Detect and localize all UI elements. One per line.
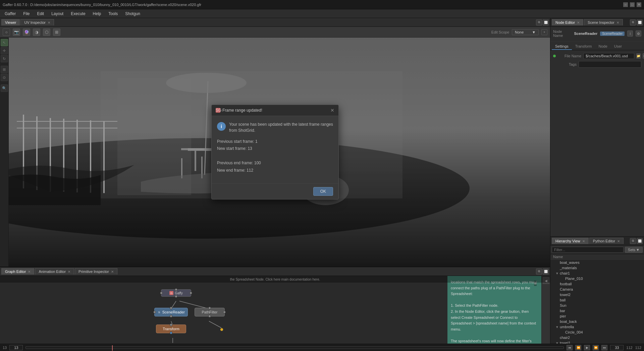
next-frame-btn[interactable]: ⏩ [593, 345, 599, 350]
play-btn[interactable]: ▶ [584, 345, 590, 350]
list-item[interactable]: boat_waves [550, 260, 644, 265]
timeline-scrubber[interactable] [25, 346, 564, 349]
play-end-btn[interactable]: ⏭ [601, 345, 607, 350]
close-primitive-inspector-icon[interactable]: ✕ [111, 270, 114, 274]
graph-panel-split[interactable]: ⧉ [536, 269, 542, 275]
tab-scene-inspector[interactable]: Scene Inspector ✕ [584, 19, 623, 25]
dialog-close-button[interactable]: ✕ [330, 108, 334, 113]
file-name-input[interactable] [583, 53, 634, 59]
tab-graph-editor[interactable]: Graph Editor ✕ [1, 268, 34, 275]
pf-connector-top[interactable] [208, 307, 211, 309]
menu-gaffer[interactable]: Gaffer [1, 10, 19, 17]
gaffy-connector-left[interactable] [160, 292, 163, 294]
tags-input[interactable] [579, 61, 641, 68]
tab-node-editor[interactable]: Node Editor ✕ [552, 19, 583, 25]
sr-connector-top[interactable] [170, 307, 172, 309]
grid-icon[interactable]: ⊞ [53, 28, 60, 36]
camera-icon[interactable]: 📷 [13, 28, 20, 36]
hierarchy-filter-input[interactable] [552, 247, 624, 253]
viewer-maximize[interactable]: ⬜ [543, 19, 549, 25]
list-item[interactable]: _materials [550, 265, 644, 271]
close-node-editor-icon[interactable]: ✕ [577, 21, 580, 24]
graph-maximize[interactable]: ⬜ [543, 269, 549, 275]
gaffy-node[interactable]: G Gaffy [161, 289, 191, 297]
list-item[interactable]: Camera [550, 287, 644, 292]
viewer-canvas[interactable]: ↖ ✛ ↻ ⊞ ⊙ 🔍 [0, 38, 550, 267]
menu-edit[interactable]: Edit [34, 10, 47, 17]
gaffy-connector-bottom[interactable] [175, 295, 177, 298]
tab-viewer[interactable]: Viewer [1, 19, 20, 25]
list-item[interactable]: towel2 [550, 292, 644, 297]
maximize-button[interactable]: □ [630, 2, 635, 7]
sr-connector-left[interactable] [153, 311, 156, 313]
overlay-icon[interactable]: ⬡ [43, 28, 50, 36]
path-filter-node[interactable]: PathFilter [195, 308, 225, 316]
list-item[interactable]: ▼ umbrella [550, 324, 644, 330]
viewer-panel-split[interactable]: ⧉ [536, 19, 542, 25]
transform-node[interactable]: Transform [156, 325, 186, 333]
close-uv-inspector-icon[interactable]: ✕ [48, 21, 50, 24]
close-graph-editor-icon[interactable]: ✕ [28, 270, 31, 274]
list-item[interactable]: football [550, 281, 644, 287]
menu-execute[interactable]: Execute [67, 10, 89, 17]
shading-icon[interactable]: ◑ [33, 28, 40, 36]
file-refresh-icon[interactable]: ↺ [643, 53, 644, 59]
close-hierarchy-view-icon[interactable]: ✕ [582, 239, 585, 243]
list-item[interactable]: boat_back [550, 319, 644, 324]
close-scene-inspector-icon[interactable]: ✕ [616, 21, 619, 24]
gaffy-connector-top[interactable] [175, 288, 177, 291]
tf-connector-top[interactable] [170, 324, 172, 326]
close-button[interactable]: ✕ [637, 2, 641, 7]
prev-frame-btn[interactable]: ⏪ [575, 345, 581, 350]
list-item[interactable]: Plane_010 [550, 276, 644, 281]
list-item[interactable]: ▼ chair1 [550, 271, 644, 276]
list-item[interactable]: Sun [550, 303, 644, 308]
subtab-node[interactable]: Node [595, 43, 610, 50]
subtab-user[interactable]: User [611, 43, 625, 50]
tab-primitive-inspector[interactable]: Primitive Inspector ✕ [75, 268, 117, 275]
list-item[interactable]: bar [550, 308, 644, 313]
file-browse-icon[interactable]: 📁 [636, 53, 641, 59]
menu-tools[interactable]: Tools [105, 10, 121, 17]
hv-panel-split[interactable]: ⧉ [630, 238, 636, 244]
current-frame-input[interactable]: 33 [610, 345, 624, 350]
hv-maximize[interactable]: ⬜ [637, 238, 643, 244]
menu-file[interactable]: File [20, 10, 33, 17]
subtab-transform[interactable]: Transform [572, 43, 595, 50]
sets-button[interactable]: Sets ▼ [625, 247, 643, 253]
node-info-icon[interactable]: i [627, 31, 633, 37]
render-icon[interactable]: 🔮 [23, 28, 30, 36]
sr-connector-bottom[interactable] [170, 315, 172, 317]
ne-maximize[interactable]: ⬜ [637, 19, 643, 25]
close-animation-editor-icon[interactable]: ✕ [68, 270, 70, 274]
list-item[interactable]: ▼ towel1 [550, 340, 644, 344]
tab-hierarchy-view[interactable]: Hierarchy View ✕ [552, 238, 589, 244]
floating-dot[interactable] [220, 328, 223, 331]
gaffy-connector-right[interactable] [190, 292, 192, 294]
scene-reader-node[interactable]: S SceneReader [154, 308, 188, 316]
menu-layout[interactable]: Layout [48, 10, 67, 17]
close-python-editor-icon[interactable]: ✕ [617, 239, 620, 243]
menu-shotgun[interactable]: Shotgun [122, 10, 144, 17]
list-item[interactable]: ball [550, 297, 644, 303]
graph-canvas[interactable]: G Gaffy S SceneReader [0, 276, 447, 344]
minimize-button[interactable]: – [623, 2, 628, 7]
tab-animation-editor[interactable]: Animation Editor ✕ [35, 268, 74, 275]
tf-connector-bottom[interactable] [170, 332, 172, 334]
list-item[interactable]: Circle_004 [550, 330, 644, 335]
menu-help[interactable]: Help [90, 10, 105, 17]
play-start-btn[interactable]: ⏮ [567, 345, 573, 350]
pf-connector-right[interactable] [223, 311, 226, 313]
sphere-icon[interactable]: ○ [3, 28, 10, 36]
ne-panel-split[interactable]: ⧉ [630, 19, 636, 25]
tab-uv-inspector[interactable]: UV Inspector ✕ [20, 19, 54, 25]
viewer-settings-icon[interactable]: + [541, 29, 547, 35]
node-settings-icon[interactable]: ⚙ [636, 31, 641, 37]
list-item[interactable]: pier [550, 313, 644, 319]
ok-button[interactable]: OK [313, 187, 333, 196]
edit-scope-dropdown[interactable]: None ▼ [512, 29, 539, 35]
pf-connector-bottom[interactable] [208, 315, 211, 317]
subtab-settings[interactable]: Settings [552, 43, 572, 50]
list-item[interactable]: chair2 [550, 335, 644, 340]
tab-python-editor[interactable]: Python Editor ✕ [589, 238, 624, 244]
